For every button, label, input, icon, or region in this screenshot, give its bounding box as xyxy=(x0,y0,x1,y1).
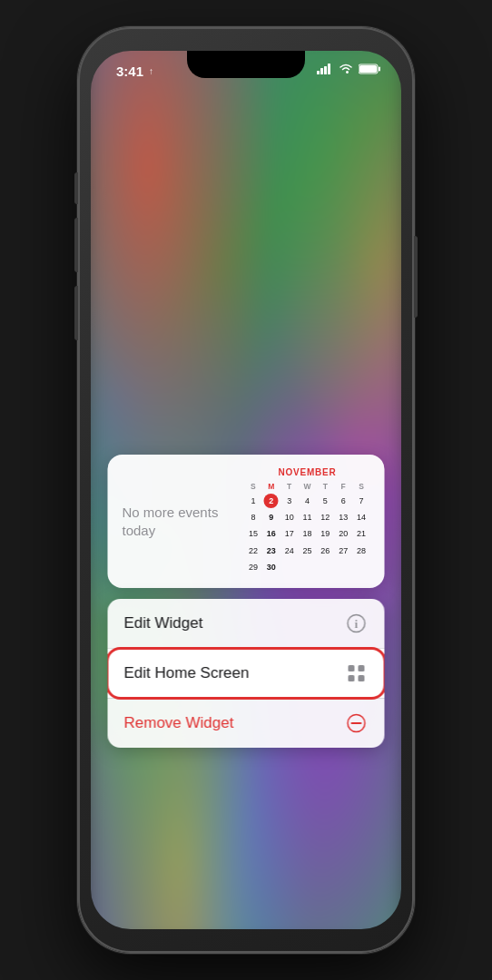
cal-day-2-today: 2 xyxy=(264,494,279,508)
calendar-grid-section: NOVEMBER S M T W T F S 1 2 3 4 xyxy=(245,467,370,575)
edit-home-screen-label: Edit Home Screen xyxy=(124,664,250,682)
volume-up-button[interactable] xyxy=(74,218,78,272)
cal-day-e3: . xyxy=(317,560,334,575)
cal-day-16: 16 xyxy=(262,526,280,542)
svg-rect-5 xyxy=(379,67,380,72)
info-icon: i xyxy=(345,612,369,635)
cal-header-w: W xyxy=(299,481,316,492)
svg-rect-6 xyxy=(359,65,377,73)
cal-day-14: 14 xyxy=(353,509,370,524)
context-options-menu: Edit Widget i Edit Home Screen xyxy=(108,599,385,748)
cal-day-e5: . xyxy=(353,560,370,575)
notch xyxy=(187,51,305,78)
cal-day-24: 24 xyxy=(280,543,298,558)
location-icon: ↑ xyxy=(149,66,153,76)
cal-day-7: 7 xyxy=(353,493,370,508)
cal-day-21: 21 xyxy=(353,526,370,542)
phone-frame: 3:41 ↑ xyxy=(78,27,414,953)
cal-day-19: 19 xyxy=(317,526,334,542)
status-icons xyxy=(317,64,381,74)
cal-header-t2: T xyxy=(317,481,334,492)
cal-day-25: 25 xyxy=(299,543,316,558)
cal-day-22: 22 xyxy=(245,543,262,558)
minus-circle-icon xyxy=(345,711,369,735)
context-menu-area: No more events today NOVEMBER S M T W T … xyxy=(108,455,385,748)
cal-day-17: 17 xyxy=(280,526,298,542)
volume-down-button[interactable] xyxy=(74,286,78,340)
cal-day-28: 28 xyxy=(353,543,370,558)
svg-rect-3 xyxy=(328,64,330,74)
calendar-month: NOVEMBER xyxy=(245,467,370,477)
svg-rect-2 xyxy=(324,66,327,74)
phone-screen: 3:41 ↑ xyxy=(91,51,401,929)
signal-icon xyxy=(317,64,333,74)
no-events-text: No more events today xyxy=(123,467,234,575)
status-time: 3:41 ↑ xyxy=(116,64,153,79)
svg-rect-12 xyxy=(359,675,365,681)
cal-day-18: 18 xyxy=(299,526,316,542)
cal-day-3: 3 xyxy=(280,493,298,508)
cal-header-m: M xyxy=(262,481,280,492)
cal-day-27: 27 xyxy=(335,543,352,558)
calendar-widget: No more events today NOVEMBER S M T W T … xyxy=(108,455,385,588)
cal-header-s1: S xyxy=(245,481,262,492)
edit-home-screen-item[interactable]: Edit Home Screen xyxy=(108,648,385,698)
cal-header-t1: T xyxy=(280,481,298,492)
grid-icon xyxy=(345,662,369,685)
battery-icon xyxy=(359,64,381,74)
svg-rect-9 xyxy=(349,665,355,671)
edit-widget-label: Edit Widget xyxy=(124,614,203,632)
cal-day-9: 9 xyxy=(262,509,280,524)
cal-header-f: F xyxy=(335,481,352,492)
svg-rect-0 xyxy=(317,71,320,74)
cal-day-11: 11 xyxy=(299,509,316,524)
cal-day-20: 20 xyxy=(335,526,352,542)
wifi-icon xyxy=(339,64,353,74)
power-button[interactable] xyxy=(414,236,418,318)
cal-header-s2: S xyxy=(353,481,370,492)
time-display: 3:41 xyxy=(116,64,143,79)
cal-day-1: 1 xyxy=(245,493,262,508)
cal-day-4: 4 xyxy=(299,493,316,508)
svg-rect-1 xyxy=(320,68,323,74)
svg-rect-10 xyxy=(359,665,365,671)
cal-day-15: 15 xyxy=(245,526,262,542)
cal-day-30: 30 xyxy=(262,560,280,575)
svg-text:i: i xyxy=(355,618,359,631)
cal-day-e1: . xyxy=(280,560,298,575)
edit-widget-item[interactable]: Edit Widget i xyxy=(108,599,385,648)
cal-day-13: 13 xyxy=(335,509,352,524)
cal-day-23: 23 xyxy=(262,543,280,558)
remove-widget-label: Remove Widget xyxy=(124,714,234,732)
cal-day-e4: . xyxy=(335,560,352,575)
cal-day-8: 8 xyxy=(245,509,262,524)
remove-widget-item[interactable]: Remove Widget xyxy=(108,698,385,748)
svg-rect-11 xyxy=(349,675,355,681)
cal-day-10: 10 xyxy=(280,509,298,524)
calendar-grid: S M T W T F S 1 2 3 4 5 6 7 xyxy=(245,481,370,575)
cal-day-5: 5 xyxy=(317,493,334,508)
cal-day-6: 6 xyxy=(335,493,352,508)
cal-day-e2: . xyxy=(299,560,316,575)
cal-day-29: 29 xyxy=(245,560,262,575)
cal-day-26: 26 xyxy=(317,543,334,558)
cal-day-12: 12 xyxy=(317,509,334,524)
